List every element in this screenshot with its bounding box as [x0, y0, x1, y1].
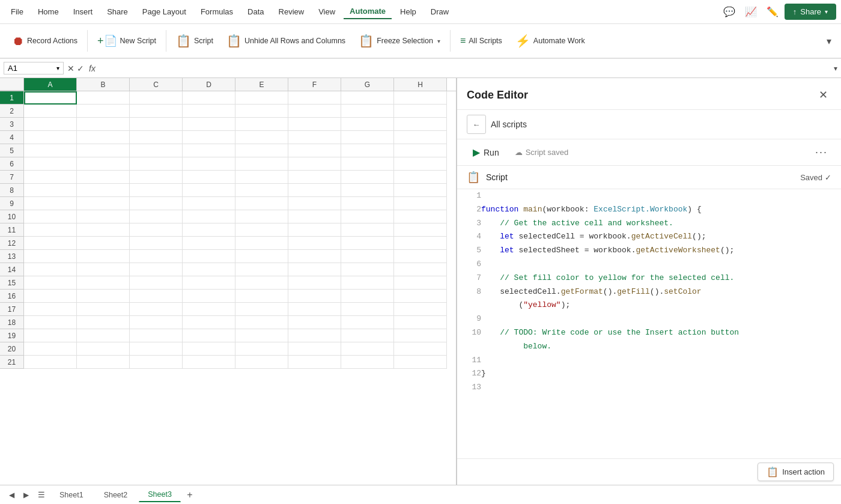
ribbon-more-button[interactable]: ▾ [821, 32, 837, 49]
cell-C12[interactable] [130, 237, 183, 250]
cell-A12[interactable] [24, 237, 77, 250]
cell-G15[interactable] [341, 276, 394, 290]
cell-G8[interactable] [341, 184, 394, 197]
cell-G20[interactable] [341, 342, 394, 356]
cell-E12[interactable] [235, 237, 288, 250]
cell-F15[interactable] [288, 276, 341, 290]
col-header-H[interactable]: H [394, 78, 447, 91]
formula-expand-icon[interactable]: ▾ [834, 64, 837, 73]
cell-B21[interactable] [77, 356, 130, 369]
cell-D15[interactable] [183, 276, 235, 290]
cell-A7[interactable] [24, 171, 77, 184]
menu-review[interactable]: Review [273, 5, 311, 19]
cell-H14[interactable] [394, 263, 447, 276]
cell-G5[interactable] [341, 144, 394, 157]
name-box[interactable]: A1 ▾ [4, 62, 64, 74]
cell-G14[interactable] [341, 263, 394, 276]
cell-F10[interactable] [288, 210, 341, 223]
code-area[interactable]: 1 2 function main(workbook: ExcelScript.… [457, 189, 841, 458]
cell-H4[interactable] [394, 131, 447, 144]
cell-F13[interactable] [288, 250, 341, 263]
cell-C18[interactable] [130, 316, 183, 329]
cell-D4[interactable] [183, 131, 235, 144]
cell-F12[interactable] [288, 237, 341, 250]
cell-B14[interactable] [77, 263, 130, 276]
cell-C15[interactable] [130, 276, 183, 290]
cell-B17[interactable] [77, 303, 130, 316]
cell-D18[interactable] [183, 316, 235, 329]
cell-H21[interactable] [394, 356, 447, 369]
automate-work-button[interactable]: ⚡ Automate Work [509, 28, 591, 54]
cell-H8[interactable] [394, 184, 447, 197]
cell-A3[interactable] [24, 118, 77, 131]
cell-F2[interactable] [288, 105, 341, 118]
col-header-A[interactable]: A [24, 78, 77, 91]
cell-G1[interactable] [341, 91, 394, 105]
cell-A18[interactable] [24, 316, 77, 329]
freeze-selection-button[interactable]: 📋 Freeze Selection ▾ [353, 28, 446, 54]
cell-A16[interactable] [24, 290, 77, 303]
cell-F18[interactable] [288, 316, 341, 329]
col-header-D[interactable]: D [183, 78, 235, 91]
cell-F16[interactable] [288, 290, 341, 303]
cell-C2[interactable] [130, 105, 183, 118]
close-editor-button[interactable]: ✕ [815, 87, 831, 103]
share-button[interactable]: ↑ Share ▾ [785, 4, 836, 20]
cell-A4[interactable] [24, 131, 77, 144]
cell-H11[interactable] [394, 223, 447, 237]
cell-G18[interactable] [341, 316, 394, 329]
menu-formulas[interactable]: Formulas [195, 5, 239, 19]
menu-page-layout[interactable]: Page Layout [136, 5, 192, 19]
cell-C3[interactable] [130, 118, 183, 131]
cell-F14[interactable] [288, 263, 341, 276]
cell-F6[interactable] [288, 157, 341, 171]
cell-G17[interactable] [341, 303, 394, 316]
cell-H10[interactable] [394, 210, 447, 223]
cell-B15[interactable] [77, 276, 130, 290]
scroll-left-button[interactable]: ◀ [5, 488, 18, 502]
cell-A17[interactable] [24, 303, 77, 316]
script-button[interactable]: 📋 Script [170, 28, 219, 54]
menu-view[interactable]: View [312, 5, 341, 19]
cell-C14[interactable] [130, 263, 183, 276]
new-script-button[interactable]: +📄 New Script [91, 28, 162, 54]
menu-help[interactable]: Help [394, 5, 422, 19]
cell-H18[interactable] [394, 316, 447, 329]
menu-data[interactable]: Data [241, 5, 270, 19]
cell-G9[interactable] [341, 197, 394, 210]
cell-A14[interactable] [24, 263, 77, 276]
cell-E6[interactable] [235, 157, 288, 171]
cell-C20[interactable] [130, 342, 183, 356]
col-header-C[interactable]: C [130, 78, 183, 91]
cell-B11[interactable] [77, 223, 130, 237]
all-scripts-button[interactable]: ≡ All Scripts [454, 28, 508, 54]
cell-D9[interactable] [183, 197, 235, 210]
insert-action-button[interactable]: 📋 Insert action [758, 463, 834, 481]
back-button[interactable]: ← [467, 115, 486, 134]
cell-E18[interactable] [235, 316, 288, 329]
more-options-button[interactable]: ··· [812, 145, 831, 160]
run-button[interactable]: ▶ Run [467, 144, 505, 160]
cell-F19[interactable] [288, 329, 341, 342]
sheets-menu-button[interactable]: ☰ [35, 488, 48, 502]
cell-C7[interactable] [130, 171, 183, 184]
cell-B2[interactable] [77, 105, 130, 118]
cell-E1[interactable] [235, 91, 288, 105]
cell-D21[interactable] [183, 356, 235, 369]
col-header-G[interactable]: G [341, 78, 394, 91]
cell-E3[interactable] [235, 118, 288, 131]
cell-F1[interactable] [288, 91, 341, 105]
edit-icon[interactable]: ✏️ [763, 2, 782, 22]
cell-E17[interactable] [235, 303, 288, 316]
col-header-B[interactable]: B [77, 78, 130, 91]
add-sheet-button[interactable]: + [183, 488, 196, 502]
cell-B12[interactable] [77, 237, 130, 250]
cell-E8[interactable] [235, 184, 288, 197]
cell-E14[interactable] [235, 263, 288, 276]
cell-A9[interactable] [24, 197, 77, 210]
cell-E5[interactable] [235, 144, 288, 157]
cell-A15[interactable] [24, 276, 77, 290]
cell-A19[interactable] [24, 329, 77, 342]
cell-B10[interactable] [77, 210, 130, 223]
cell-A6[interactable] [24, 157, 77, 171]
